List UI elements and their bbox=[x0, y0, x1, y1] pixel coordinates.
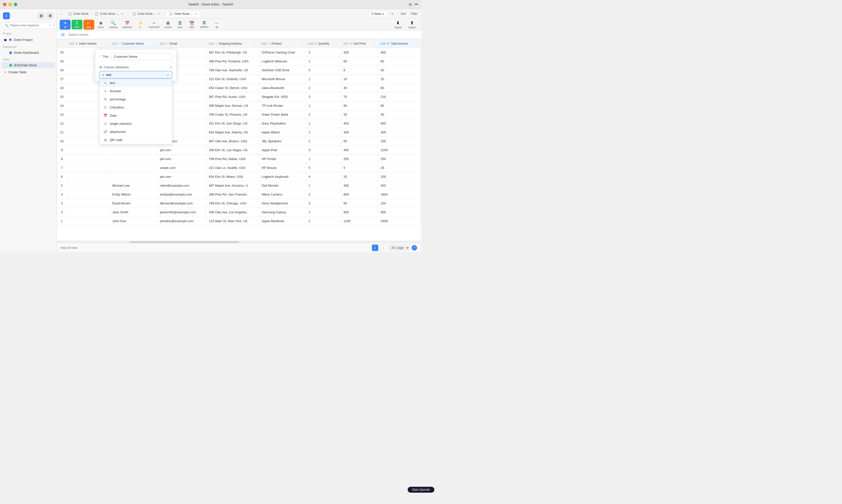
email-cell[interactable]: ple.com bbox=[157, 146, 206, 155]
qty-cell[interactable]: 2 bbox=[306, 217, 341, 226]
name-cell[interactable] bbox=[110, 163, 157, 172]
qty-cell[interactable]: 2 bbox=[306, 190, 341, 199]
price-cell[interactable]: 400 bbox=[341, 146, 378, 155]
if-button[interactable]: ⚡ if bbox=[135, 20, 146, 30]
index-cell[interactable] bbox=[67, 190, 110, 199]
total-cell[interactable]: 450 bbox=[378, 119, 421, 128]
index-cell[interactable] bbox=[67, 199, 110, 208]
qty-cell[interactable]: 4 bbox=[306, 172, 341, 181]
ES6-sort[interactable]: ⌄ bbox=[336, 42, 338, 45]
index-cell[interactable] bbox=[67, 146, 110, 155]
tab-more-2[interactable]: ••• bbox=[121, 12, 124, 15]
shipping-cell[interactable]: 987 Oak Ave, Boston, USA bbox=[206, 137, 259, 146]
price-cell[interactable]: 25 bbox=[341, 172, 378, 181]
union-button[interactable]: ⊕ union bbox=[95, 20, 106, 30]
col-header-ES5[interactable]: ES5 □ Product ⌄ bbox=[259, 39, 306, 48]
option-single-selection[interactable]: ⊙ single selection bbox=[100, 120, 172, 128]
qty-cell[interactable]: 1 bbox=[306, 75, 341, 84]
datetime-button[interactable]: 📅 datetime bbox=[120, 20, 134, 30]
total-cell[interactable]: 1200 bbox=[378, 146, 421, 155]
qty-cell[interactable]: 5 bbox=[306, 163, 341, 172]
col-header-ES2[interactable]: ES2 □ Customer Name ⌄ bbox=[110, 39, 157, 48]
qty-cell[interactable]: 1 bbox=[306, 208, 341, 217]
qty-cell[interactable]: 3 bbox=[306, 199, 341, 208]
page-size-select[interactable]: 20 / page bbox=[389, 245, 410, 251]
window-action-icon[interactable]: ⊡ bbox=[409, 2, 411, 6]
price-cell[interactable]: 200 bbox=[341, 48, 378, 57]
import-button[interactable]: ⬇ Import bbox=[392, 19, 404, 30]
product-cell[interactable]: Sony PlayStation bbox=[259, 119, 306, 128]
qty-cell[interactable]: 2 bbox=[306, 137, 341, 146]
product-cell[interactable]: Microsoft Mouse bbox=[259, 75, 306, 84]
tab-order-book-1[interactable]: 📋 Order Book bbox=[65, 11, 91, 17]
vlookup-button[interactable]: 🔍 vlookup bbox=[107, 20, 120, 30]
price-cell[interactable]: 80 bbox=[341, 101, 378, 110]
price-cell[interactable]: 20 bbox=[341, 110, 378, 119]
total-cell[interactable]: 100 bbox=[378, 172, 421, 181]
index-cell[interactable] bbox=[67, 181, 110, 190]
horizontal-scrollbar[interactable] bbox=[57, 241, 421, 243]
option-qr-code[interactable]: ⊞ QR code bbox=[100, 136, 172, 144]
option-attachment[interactable]: 🔗 attachment bbox=[100, 128, 172, 136]
product-cell[interactable]: Nikon Camera bbox=[259, 190, 306, 199]
total-cell[interactable]: 10 bbox=[378, 75, 421, 84]
ES7-sort[interactable]: ⌄ bbox=[373, 42, 375, 45]
qty-cell[interactable]: 1 bbox=[306, 155, 341, 163]
shipping-cell[interactable]: 987 Pine Rd, Austin, USA bbox=[206, 92, 259, 101]
price-cell[interactable]: 10 bbox=[341, 75, 378, 84]
formula-input[interactable] bbox=[68, 33, 418, 36]
price-cell[interactable]: 1200 bbox=[341, 217, 378, 226]
tab-more-3[interactable]: ••• bbox=[157, 12, 160, 15]
product-cell[interactable]: DXRacer Gaming Chair bbox=[259, 48, 306, 57]
qty-cell[interactable]: 1 bbox=[306, 128, 341, 137]
product-cell[interactable]: Apple Watch bbox=[259, 128, 306, 137]
col-header-ES6[interactable]: ES6 # Quantity ⌄ bbox=[306, 39, 341, 48]
tab-order-book-2[interactable]: 📋 Order Book -... ••• bbox=[92, 11, 126, 17]
total-cell[interactable]: 80 bbox=[378, 101, 421, 110]
product-cell[interactable]: Jabra Bluetooth bbox=[259, 84, 306, 92]
date-button[interactable]: 📆 date bbox=[186, 20, 197, 30]
sum-button[interactable]: Σ sum bbox=[72, 20, 83, 29]
price-cell[interactable]: 50 bbox=[341, 199, 378, 208]
name-cell[interactable]: Michael Lee bbox=[110, 181, 157, 190]
page-next-button[interactable]: › bbox=[380, 245, 387, 251]
option-percentage[interactable]: % percentage bbox=[100, 95, 172, 103]
add-view-button[interactable]: + bbox=[389, 11, 395, 17]
ES3-sort[interactable]: ⌄ bbox=[201, 42, 204, 45]
qty-cell[interactable]: 1 bbox=[306, 181, 341, 190]
email-cell[interactable]: dbrown@example.com bbox=[157, 199, 206, 208]
name-cell[interactable] bbox=[110, 146, 157, 155]
qty-cell[interactable]: 2 bbox=[306, 84, 341, 92]
index-cell[interactable] bbox=[67, 172, 110, 181]
help-icon[interactable]: ? bbox=[411, 245, 417, 251]
product-cell[interactable]: Sony Headphones bbox=[259, 199, 306, 208]
name-cell[interactable]: David Brown bbox=[110, 199, 157, 208]
product-cell[interactable]: TP-Link Router bbox=[259, 101, 306, 110]
tab-back-btn[interactable]: ← bbox=[59, 11, 65, 17]
search-bar[interactable]: 🔍 ▽ + bbox=[2, 22, 54, 29]
price-cell[interactable]: 60 bbox=[341, 57, 378, 66]
total-cell[interactable]: 100 bbox=[378, 137, 421, 146]
shipping-cell[interactable]: 123 Main St, New York, US bbox=[206, 217, 259, 226]
price-cell[interactable]: 5 bbox=[341, 163, 378, 172]
col-header-ES8[interactable]: ES8 fx Total Amount ⌄ bbox=[378, 39, 421, 48]
shipping-cell[interactable]: 321 Elm St, Orlando, USA bbox=[206, 75, 259, 84]
total-cell[interactable]: 250 bbox=[378, 155, 421, 163]
all-button[interactable]: ⋯ All bbox=[211, 20, 222, 30]
export-button[interactable]: ⬆ Export bbox=[406, 19, 418, 30]
sidebar-item-table[interactable]: (ES)Order Book bbox=[1, 62, 55, 68]
tab-more-4[interactable]: ••• bbox=[194, 13, 197, 15]
shipping-cell[interactable]: 321 Oak Ln, Seattle, USA bbox=[206, 163, 259, 172]
qty-cell[interactable]: 5 bbox=[306, 66, 341, 75]
option-text[interactable]: ≡ text bbox=[100, 79, 172, 87]
qty-cell[interactable]: 1 bbox=[306, 57, 341, 66]
replaceall-button[interactable]: ↔ replaceall bbox=[147, 20, 161, 29]
filter-button[interactable]: Filter bbox=[409, 12, 419, 16]
qty-cell[interactable]: 1 bbox=[306, 119, 341, 128]
product-cell[interactable]: HP Printer bbox=[259, 155, 306, 163]
product-cell[interactable]: HP Mouse bbox=[259, 163, 306, 172]
col-header-ES1[interactable]: ES1 # Index Header ⌄ bbox=[67, 39, 110, 48]
col-header-ES7[interactable]: ES7 # Unit Price ⌄ bbox=[341, 39, 378, 48]
total-cell[interactable]: 60 bbox=[378, 57, 421, 66]
email-cell[interactable]: ple.com bbox=[157, 172, 206, 181]
